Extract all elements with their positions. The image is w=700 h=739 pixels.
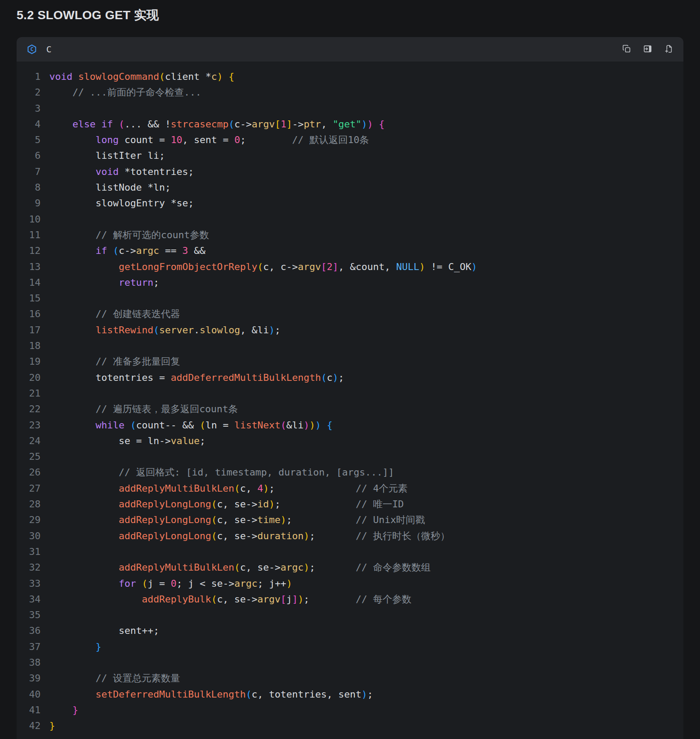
line-number: 25 [17,449,41,465]
code-text: // ...前面的子命令检查... [49,85,201,100]
code-line: 7 void *totentries; [17,164,683,180]
c-language-icon: C [26,44,38,55]
code-line: 4 else if (... && !strcasecmp(c->argv[1]… [17,116,683,132]
line-number: 38 [17,655,41,671]
code-line: 15 [17,291,683,306]
line-number: 37 [17,639,41,655]
line-number: 12 [17,243,41,259]
line-number: 23 [17,417,41,433]
code-text: void slowlogCommand(client *c) { [49,69,234,85]
code-text: // 准备多批量回复 [49,354,180,370]
code-line: 6 listIter li; [17,148,683,164]
line-number: 33 [17,576,41,592]
code-line: 31 [17,544,683,560]
code-toolbar [621,44,674,55]
code-line: 28 addReplyLongLong(c, se->id); // 唯一ID [17,496,683,512]
code-line: 33 for (j = 0; j < se->argc; j++) [17,576,683,592]
line-number: 15 [17,291,41,306]
new-file-button[interactable] [663,44,674,55]
code-line: 40 setDeferredMultiBulkLength(c, totentr… [17,687,683,702]
code-text: for (j = 0; j < se->argc; j++) [49,576,292,592]
code-text: sent++; [49,623,159,639]
line-number: 2 [17,85,41,100]
line-number: 14 [17,275,41,291]
line-number: 32 [17,560,41,575]
code-text: // 返回格式: [id, timestamp, duration, [args… [49,465,394,480]
code-text: slowlogEntry *se; [49,195,194,211]
code-text: } [49,702,78,718]
line-number: 29 [17,512,41,528]
code-text: addReplyMultiBulkLen(c, 4); // 4个元素 [49,481,408,496]
line-number: 31 [17,544,41,560]
page-title: 5.2 SLOWLOG GET 实现 [17,7,159,24]
code-line: 42} [17,718,683,734]
code-text: // 遍历链表，最多返回count条 [49,401,238,417]
code-text: listNode *ln; [49,180,171,195]
line-number: 16 [17,306,41,322]
code-line: 17 listRewind(server.slowlog, &li); [17,322,683,338]
insert-panel-icon [643,44,652,55]
line-number: 6 [17,148,41,164]
code-text: else if (... && !strcasecmp(c->argv[1]->… [49,116,384,132]
line-number: 34 [17,592,41,607]
line-number: 36 [17,623,41,639]
code-line: 32 addReplyMultiBulkLen(c, se->argc); //… [17,560,683,575]
line-number: 26 [17,465,41,480]
code-line: 18 [17,338,683,354]
code-text: if (c->argc == 3 && [49,243,206,259]
code-line: 13 getLongFromObjectOrReply(c, c->argv[2… [17,259,683,275]
line-number: 9 [17,195,41,211]
line-number: 4 [17,116,41,132]
line-number: 41 [17,702,41,718]
code-line: 14 return; [17,275,683,291]
line-number: 28 [17,496,41,512]
line-number: 18 [17,338,41,354]
code-line: 37 } [17,639,683,655]
copy-code-button[interactable] [621,44,632,55]
code-text: // 创建链表迭代器 [49,306,180,322]
code-text: addReplyBulk(c, se->argv[j]); // 每个参数 [49,592,412,607]
code-line: 11 // 解析可选的count参数 [17,227,683,243]
code-text: se = ln->value; [49,433,206,449]
code-text: while (count-- && (ln = listNext(&li))) … [49,417,333,433]
line-number: 40 [17,687,41,702]
line-number: 22 [17,401,41,417]
line-number: 27 [17,481,41,496]
code-line: 20 totentries = addDeferredMultiBulkLeng… [17,370,683,386]
code-text: getLongFromObjectOrReply(c, c->argv[2], … [49,259,477,275]
line-number: 20 [17,370,41,386]
copy-icon [622,44,631,55]
code-text: void *totentries; [49,164,194,180]
code-line: 16 // 创建链表迭代器 [17,306,683,322]
new-file-icon [664,44,673,55]
code-text: // 解析可选的count参数 [49,227,209,243]
code-line: 5 long count = 10, sent = 0; // 默认返回10条 [17,132,683,148]
line-number: 7 [17,164,41,180]
code-text: addReplyLongLong(c, se->duration); // 执行… [49,528,450,544]
line-number: 17 [17,322,41,338]
code-text: return; [49,275,159,291]
code-text: totentries = addDeferredMultiBulkLength(… [49,370,344,386]
code-text: addReplyLongLong(c, se->id); // 唯一ID [49,496,404,512]
line-number: 35 [17,607,41,623]
code-block: C C [17,37,683,739]
code-line: 23 while (count-- && (ln = listNext(&li)… [17,417,683,433]
code-line: 41 } [17,702,683,718]
code-line: 19 // 准备多批量回复 [17,354,683,370]
code-lines: 1void slowlogCommand(client *c) {2 // ..… [17,62,683,734]
code-line: 25 [17,449,683,465]
line-number: 19 [17,354,41,370]
code-text: listRewind(server.slowlog, &li); [49,322,281,338]
code-text: long count = 10, sent = 0; // 默认返回10条 [49,132,369,148]
code-text: setDeferredMultiBulkLength(c, totentries… [49,687,373,702]
line-number: 39 [17,671,41,686]
code-line: 12 if (c->argc == 3 && [17,243,683,259]
code-text: } [49,639,101,655]
code-line: 10 [17,212,683,227]
line-number: 13 [17,259,41,275]
code-line: 26 // 返回格式: [id, timestamp, duration, [a… [17,465,683,480]
line-number: 3 [17,101,41,116]
svg-text:C: C [30,46,33,52]
code-text: // 设置总元素数量 [49,671,180,686]
insert-code-button[interactable] [642,44,653,55]
